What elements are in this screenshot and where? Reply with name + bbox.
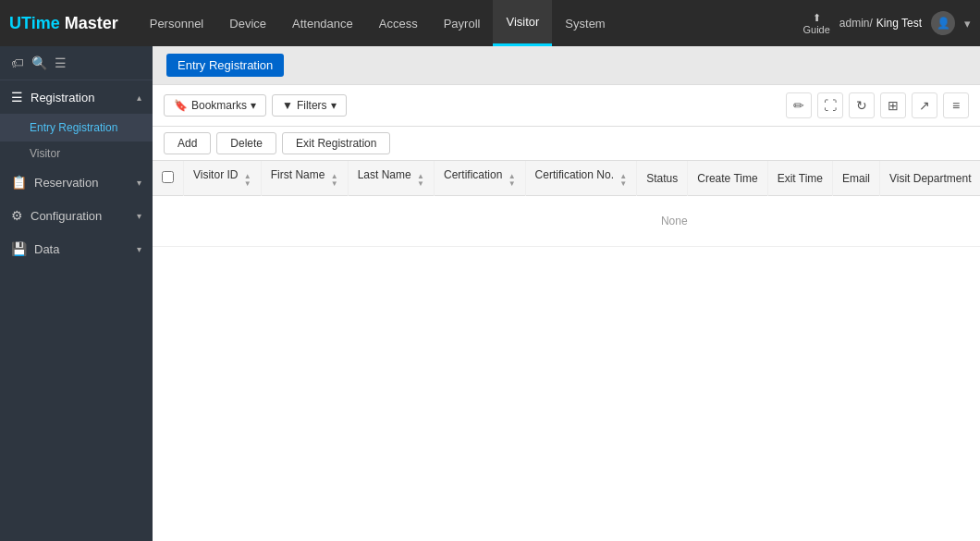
main-layout: 🏷 🔍 ☰ ☰ Registration ▴ Entry Registratio… xyxy=(0,46,980,541)
col-certification-no[interactable]: Certification No. ▲▼ xyxy=(525,161,637,196)
user-name: King Test xyxy=(876,17,922,30)
user-info: admin/King Test xyxy=(839,17,922,30)
logo-time: Time xyxy=(21,14,65,32)
user-admin: admin/ xyxy=(839,17,873,30)
delete-button[interactable]: Delete xyxy=(216,132,276,154)
empty-state: None xyxy=(153,196,980,247)
export-icon-button[interactable]: ↗ xyxy=(912,92,937,118)
sidebar-section-reservation-header[interactable]: 📋 Reservation ▾ xyxy=(0,166,153,199)
filters-chevron-icon: ▾ xyxy=(331,99,337,112)
settings-icon-button[interactable]: ≡ xyxy=(943,92,969,118)
bookmarks-label: Bookmarks xyxy=(191,99,247,112)
select-all-checkbox[interactable] xyxy=(162,171,174,183)
sidebar-section-registration-header[interactable]: ☰ Registration ▴ xyxy=(0,80,153,114)
table-header-row: Visitor ID ▲▼ First Name ▲▼ Last Name ▲▼ xyxy=(153,161,980,196)
certification-sort-icons: ▲▼ xyxy=(508,173,516,188)
nav-item-personnel[interactable]: Personnel xyxy=(137,0,217,46)
col-visit-department[interactable]: Visit Department xyxy=(879,161,980,196)
last-name-label: Last Name xyxy=(358,168,411,181)
col-last-name[interactable]: Last Name ▲▼ xyxy=(348,161,434,196)
registration-chevron-icon: ▴ xyxy=(137,92,141,103)
guide-icon: ⬆ xyxy=(813,12,821,24)
col-create-time[interactable]: Create Time xyxy=(688,161,767,196)
nav-item-device[interactable]: Device xyxy=(216,0,279,46)
col-email[interactable]: Email xyxy=(832,161,879,196)
sidebar-res-left: 📋 Reservation xyxy=(11,175,98,190)
nav-item-system[interactable]: System xyxy=(552,0,618,46)
data-label: Data xyxy=(34,242,59,256)
first-name-sort-icons: ▲▼ xyxy=(331,173,338,188)
visitor-table: Visitor ID ▲▼ First Name ▲▼ Last Name ▲▼ xyxy=(153,161,980,247)
search-icon[interactable]: 🔍 xyxy=(31,55,47,70)
logo-master: Master xyxy=(65,14,118,32)
action-bar: Add Delete Exit Registration xyxy=(153,127,980,161)
page-header: Entry Registration xyxy=(153,46,980,85)
exit-time-label: Exit Time xyxy=(778,172,823,185)
registration-section-icon: ☰ xyxy=(11,90,23,105)
filters-label: Filters xyxy=(297,99,327,112)
reservation-chevron-icon: ▾ xyxy=(137,178,141,188)
sidebar-item-visitor[interactable]: Visitor xyxy=(0,141,153,166)
sidebar-section-data-header[interactable]: 💾 Data ▾ xyxy=(0,232,153,265)
sidebar-section-registration: ☰ Registration ▴ Entry Registration Visi… xyxy=(0,80,153,166)
data-chevron-icon: ▾ xyxy=(137,244,141,254)
nav-item-attendance[interactable]: Attendance xyxy=(279,0,366,46)
bookmarks-chevron-icon: ▾ xyxy=(251,99,256,112)
add-button[interactable]: Add xyxy=(164,132,211,154)
configuration-section-icon: ⚙ xyxy=(11,208,23,223)
certification-no-sort-icons: ▲▼ xyxy=(619,173,627,188)
edit-icon-button[interactable]: ✏ xyxy=(786,92,812,118)
app-logo: UTime Master xyxy=(9,14,118,33)
content-area: Entry Registration 🔖 Bookmarks ▾ ▼ Filte… xyxy=(153,46,980,541)
bookmark-icon: 🔖 xyxy=(174,99,188,112)
col-exit-time[interactable]: Exit Time xyxy=(767,161,832,196)
user-avatar[interactable]: 👤 xyxy=(931,11,955,35)
sidebar-icons: 🏷 🔍 ☰ xyxy=(11,55,67,70)
checkbox-header[interactable] xyxy=(153,161,184,196)
status-label: Status xyxy=(646,172,678,185)
chevron-down-icon[interactable]: ▾ xyxy=(964,17,971,31)
sidebar-header: 🏷 🔍 ☰ xyxy=(0,46,153,80)
filters-button[interactable]: ▼ Filters ▾ xyxy=(272,94,347,117)
nav-item-access[interactable]: Access xyxy=(366,0,431,46)
refresh-icon-button[interactable]: ↻ xyxy=(849,92,875,118)
user-icon: 👤 xyxy=(937,17,950,30)
data-section-icon: 💾 xyxy=(11,241,27,256)
list-icon[interactable]: ☰ xyxy=(55,55,67,70)
sidebar-section-configuration-header[interactable]: ⚙ Configuration ▾ xyxy=(0,199,153,232)
certification-label: Certification xyxy=(444,168,502,181)
toolbar: 🔖 Bookmarks ▾ ▼ Filters ▾ ✏ ⛶ ↻ xyxy=(153,85,980,127)
certification-no-label: Certification No. xyxy=(535,168,614,181)
expand-icon-button[interactable]: ⛶ xyxy=(817,92,843,118)
col-status[interactable]: Status xyxy=(637,161,688,196)
refresh-icon: ↻ xyxy=(856,98,867,113)
nav-item-visitor[interactable]: Visitor xyxy=(493,0,552,46)
col-visitor-id[interactable]: Visitor ID ▲▼ xyxy=(184,161,262,196)
visit-department-label: Visit Department xyxy=(889,172,971,185)
configuration-label: Configuration xyxy=(31,209,102,223)
pencil-icon: ✏ xyxy=(793,98,804,113)
entry-registration-breadcrumb-btn[interactable]: Entry Registration xyxy=(166,54,284,77)
col-first-name[interactable]: First Name ▲▼ xyxy=(261,161,348,196)
create-time-label: Create Time xyxy=(697,172,757,185)
sidebar-section-reservation: 📋 Reservation ▾ xyxy=(0,166,153,199)
tag-icon[interactable]: 🏷 xyxy=(11,55,24,70)
toolbar-right: ✏ ⛶ ↻ ⊞ ↗ ≡ xyxy=(786,92,969,118)
columns-icon: ⊞ xyxy=(888,98,899,113)
sidebar-data-left: 💾 Data xyxy=(11,241,59,256)
reservation-label: Reservation xyxy=(34,176,98,190)
bookmarks-button[interactable]: 🔖 Bookmarks ▾ xyxy=(164,94,266,117)
settings-icon: ≡ xyxy=(952,98,960,113)
guide-button[interactable]: ⬆ Guide xyxy=(802,12,829,35)
exit-registration-button[interactable]: Exit Registration xyxy=(282,132,390,154)
email-label: Email xyxy=(842,172,870,185)
sidebar-item-entry-registration[interactable]: Entry Registration xyxy=(0,114,153,141)
col-certification[interactable]: Certification ▲▼ xyxy=(434,161,525,196)
expand-icon: ⛶ xyxy=(824,98,837,113)
sidebar-section-configuration: ⚙ Configuration ▾ xyxy=(0,199,153,232)
visitor-id-label: Visitor ID xyxy=(193,168,238,181)
columns-icon-button[interactable]: ⊞ xyxy=(880,92,906,118)
logo-u: U xyxy=(9,14,21,32)
nav-item-payroll[interactable]: Payroll xyxy=(431,0,494,46)
toolbar-left: 🔖 Bookmarks ▾ ▼ Filters ▾ xyxy=(164,94,780,117)
